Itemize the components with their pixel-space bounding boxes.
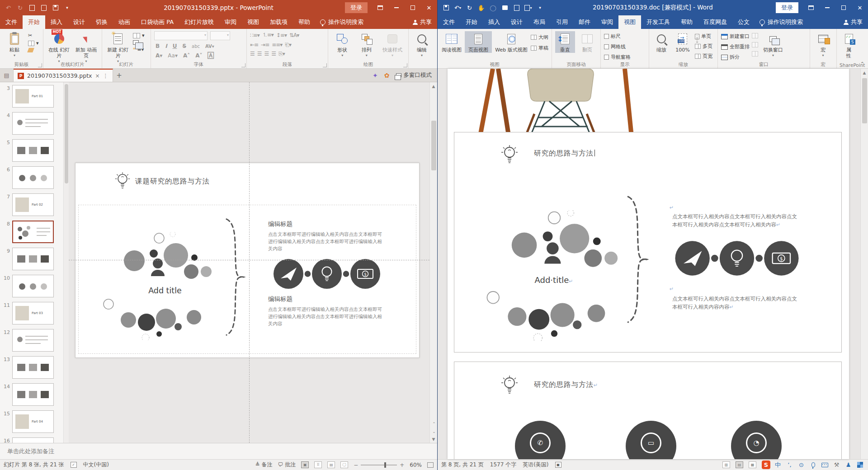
arrange-button[interactable]: 排列▾ [355,31,377,58]
word-share-button[interactable]: 共享 [838,15,868,29]
word-vertical-scrollbar[interactable]: ▲ [860,69,868,459]
slide-thumbnail-13[interactable]: 13 [0,356,63,379]
zoom-button[interactable]: 缩放 [652,31,670,53]
word-count-status[interactable]: 1577 个字 [490,461,516,469]
gridlines-checkbox[interactable]: 网格线 [604,43,631,50]
undo-icon[interactable]: ↶▾ [454,4,462,12]
slide-canvas[interactable]: 课题研究的思路与方法 Add title 编辑标题 点击文本框即可进行编辑输入相… [69,82,429,443]
notes-pane[interactable]: 单击此处添加备注 [0,443,437,459]
quick-styles-button[interactable]: 快速样式▾ [380,31,405,58]
slide-thumbnail-16[interactable]: 16 [0,437,63,443]
decrease-indent-button[interactable]: ⇤≡ [250,42,258,48]
word-tab-mailings[interactable]: 邮件 [573,15,596,29]
redo-icon[interactable]: ↻ [466,4,473,12]
slide-thumbnail-8-selected[interactable]: 8 [0,221,63,243]
add-title-text[interactable]: Add title [133,286,197,295]
cut-button[interactable]: ✂ [28,33,39,38]
normal-view-button[interactable]: ▣ [301,461,309,468]
ppt-tab-slideshow[interactable]: 幻灯片放映 [179,15,219,29]
word-tell-me-search[interactable]: 操作说明搜索 [755,15,807,29]
new-tab-button[interactable]: + [113,69,126,82]
ppt-tab-file[interactable]: 文件 [0,15,23,29]
word-tab-review[interactable]: 审阅 [596,15,618,29]
ruler-checkbox[interactable]: 标尺 [604,33,631,40]
align-center-button[interactable]: ☰ [257,51,262,57]
ppt-tab-animations[interactable]: 动画 [113,15,136,29]
quick-print-icon[interactable]: ▾ [524,4,532,12]
web-layout-button[interactable]: Web 版式视图 [494,31,528,53]
ppt-tab-insert[interactable]: 插入 [45,15,68,29]
document-page[interactable]: 研究的思路与方法 Add·title↵ ↵ 点文本框可行入相关内容点文本框可行入… [448,69,849,459]
ppt-tab-home[interactable]: 开始 [23,15,45,29]
ppt-tab-review[interactable]: 审阅 [219,15,242,29]
reset-slide-button[interactable] [133,40,145,45]
ppt-tell-me-search[interactable]: 操作说明搜索 [316,15,368,29]
word-tab-references[interactable]: 引用 [551,15,573,29]
slide-thumbnail-15[interactable]: 15 Part 04 [0,410,63,433]
ppt-vertical-scrollbar[interactable]: ▲ ⌃ ⌄ ▼ [429,82,437,443]
close-tab-icon[interactable]: × [95,73,99,79]
numbering-button[interactable]: ⒈≡▾ [262,31,274,39]
bold-button[interactable]: B [154,42,161,50]
slide-thumbnail-10[interactable]: 10 [0,275,63,297]
zoom-100-button[interactable]: 100% [673,31,693,53]
justify-button[interactable]: ☰ [271,51,276,57]
word-tab-file[interactable]: 文件 [438,15,460,29]
font-color-button[interactable]: A▾ [154,52,164,59]
ppt-tab-help[interactable]: 帮助 [293,15,316,29]
chinese-english-toggle-icon[interactable]: 中 [774,461,782,469]
fit-slide-to-window-button[interactable] [427,462,434,468]
notes-toggle-button[interactable]: ≜ 备注 [255,461,273,469]
record-icon[interactable]: ◯ [489,4,497,12]
punctuation-toggle-icon[interactable]: ’, [785,461,794,469]
word-minimize-button[interactable] [819,0,835,15]
change-case-button[interactable]: Aa▾ [166,52,179,59]
ppt-tab-view[interactable]: 视图 [242,15,264,29]
screen-record-icon[interactable] [28,4,36,12]
gear-icon[interactable]: ✿ [384,72,390,79]
vertical-drawing-guide[interactable] [249,82,250,443]
word-tab-view[interactable]: 视图 [618,15,641,29]
switch-windows-button[interactable]: 切换窗口▾ [760,31,786,58]
slide-thumbnail-6[interactable]: 6 [0,166,63,189]
slide-thumbnail-5[interactable]: 5 [0,139,63,162]
slide-thumbnail-9[interactable]: 9 [0,248,63,270]
italic-button[interactable]: I [164,42,168,50]
zoom-level[interactable]: 60% [410,462,422,468]
word-maximize-button[interactable] [835,0,852,15]
copy-button[interactable]: ▾ [28,40,39,46]
word-ribbon-display-options-button[interactable] [803,0,819,15]
columns-button[interactable]: ≡≡▾ [272,42,282,48]
slide-thumbnail-14[interactable]: 14 [0,383,63,406]
previous-slide-button[interactable]: ⌃ [430,420,437,428]
scroll-down-icon[interactable]: ▼ [430,435,437,443]
ppt-ribbon-display-options-button[interactable] [372,0,388,15]
new-file-icon[interactable] [513,4,520,12]
edit-title-block-2[interactable]: 编辑标题 点击文本框即可进行编辑输入相关内容点击文本框即可进行编辑输入相关内容点… [268,295,385,327]
new-animation-page-button[interactable]: 新加 动画页▾ [74,31,99,64]
apps-grid-icon[interactable] [856,461,864,469]
ppt-close-button[interactable]: ✕ [421,0,437,15]
outline-view-button[interactable]: 大纲 [531,34,548,41]
read-mode-view-button[interactable]: ▥ [722,461,730,468]
ppt-tab-addins[interactable]: 加载项 [264,15,293,29]
smartart-convert-button[interactable]: ⎘▾ [278,51,285,57]
word-tab-baidu-netdisk[interactable]: 百度网盘 [698,15,732,29]
word-login-button[interactable]: 登录 [776,2,798,13]
editing-button[interactable]: 编辑▾ [412,31,432,58]
undo-icon[interactable]: ↶ [5,4,12,12]
drawing-dialog-launcher[interactable] [403,63,407,67]
thumbnail-panel-scrollbar[interactable] [63,82,69,443]
slide-thumbnail-11[interactable]: 11 Part 03 [0,302,63,324]
scroll-thumb[interactable] [431,121,436,170]
page-width-button[interactable]: 页宽 [695,53,712,60]
shapes-button[interactable]: 形状▾ [331,31,353,58]
slide-thumbnail-4[interactable]: 4 [0,112,63,135]
icon-circles-row[interactable] [273,258,381,290]
scroll-thumb[interactable] [862,78,867,123]
format-painter-button[interactable] [28,48,39,52]
align-text-button[interactable]: ⎗▾ [285,42,291,48]
align-right-button[interactable]: ☰ [264,51,269,57]
font-name-combobox[interactable] [154,31,208,40]
magic-wand-icon[interactable]: ✦ [373,72,378,79]
